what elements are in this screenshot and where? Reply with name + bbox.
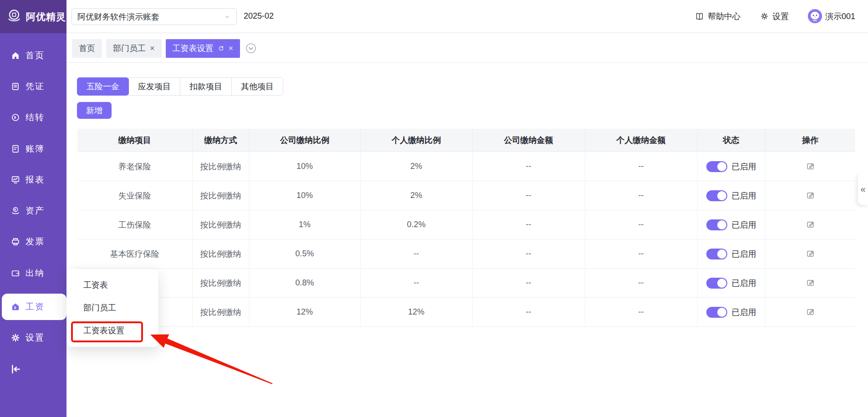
sidebar-item-label: 账簿	[26, 143, 45, 155]
tab-chip-home[interactable]: 首页	[72, 39, 102, 58]
cell-name: 失业保险	[77, 181, 192, 210]
edit-button[interactable]	[805, 306, 816, 319]
status-toggle[interactable]	[706, 249, 727, 259]
edit-button[interactable]	[805, 277, 816, 290]
edit-icon	[806, 190, 815, 200]
tab-chip-label: 工资表设置	[173, 43, 214, 54]
table-row: 失业保险 按比例缴纳 10% 2% -- -- 已启用	[77, 181, 855, 210]
sidebar-item-label: 报表	[26, 174, 45, 186]
sidebar-item-asset[interactable]: ¥ 资产	[0, 198, 66, 224]
toggle-knob	[717, 191, 726, 200]
status-label: 已启用	[732, 278, 756, 289]
tab-payable-items[interactable]: 应发项目	[128, 77, 180, 96]
sidebar-item-ledger[interactable]: 账簿	[0, 136, 66, 162]
sidebar-item-label: 发票	[26, 236, 45, 248]
invoice-icon	[10, 237, 20, 247]
tabs-dropdown-button[interactable]	[245, 43, 256, 54]
sidebar: 阿优精灵 首页 凭证 ¥ 结转 账簿 报表 ¥ 资产 发票	[0, 0, 66, 417]
tab-five-insurances[interactable]: 五险一金	[77, 77, 129, 96]
edit-button[interactable]	[805, 248, 816, 260]
status-label: 已启用	[732, 219, 756, 230]
status-toggle[interactable]	[706, 307, 727, 318]
status-toggle[interactable]	[706, 161, 727, 172]
sidebar-item-carryover[interactable]: ¥ 结转	[0, 104, 66, 131]
cell-personal-ratio: 0.2%	[360, 210, 472, 239]
sidebar-collapse-button[interactable]	[10, 363, 22, 376]
cell-company-ratio: 0.5%	[249, 239, 360, 269]
svg-text:¥: ¥	[14, 115, 17, 120]
cell-company-ratio: 12%	[249, 298, 360, 327]
cell-method: 按比例缴纳	[192, 298, 249, 327]
col-header-item: 缴纳项目	[77, 129, 192, 152]
tab-chip-payroll-settings[interactable]: 工资表设置 ×	[166, 39, 240, 58]
cell-company-ratio: 0.8%	[249, 269, 360, 298]
close-icon[interactable]: ×	[150, 44, 155, 52]
cell-personal-amount: --	[585, 269, 697, 298]
add-button[interactable]: 新增	[77, 102, 112, 119]
cell-method: 按比例缴纳	[192, 210, 249, 239]
account-set-select[interactable]: 阿优财务软件演示账套	[71, 8, 237, 25]
settings-label: 设置	[772, 11, 789, 22]
status-toggle[interactable]	[706, 190, 727, 201]
open-tabs-bar: 首页 部门员工 × 工资表设置 ×	[66, 34, 868, 63]
tab-other-items[interactable]: 其他项目	[231, 77, 283, 96]
cell-method: 按比例缴纳	[192, 239, 249, 269]
table-row: 养老保险 按比例缴纳 10% 2% -- -- 已启用	[77, 152, 855, 181]
book-icon	[694, 11, 705, 21]
cell-company-amount: --	[472, 239, 585, 269]
sidebar-item-report[interactable]: 报表	[0, 167, 66, 193]
edit-icon	[806, 161, 815, 171]
edit-button[interactable]	[805, 189, 816, 202]
toggle-knob	[717, 308, 726, 317]
col-header-personal-amount: 个人缴纳金额	[585, 129, 697, 152]
close-icon[interactable]: ×	[229, 44, 234, 52]
submenu-item-department-staff[interactable]: 部门员工	[66, 296, 158, 319]
sidebar-item-cashier[interactable]: 出纳	[0, 260, 66, 286]
period-picker[interactable]: 2025-02	[244, 0, 274, 32]
col-header-company-ratio: 公司缴纳比例	[249, 129, 360, 152]
help-center-button[interactable]: 帮助中心	[694, 11, 740, 22]
table-row: 工伤保险 按比例缴纳 1% 0.2% -- -- 已启用	[77, 210, 855, 239]
account-set-value: 阿优财务软件演示账套	[77, 11, 159, 22]
edit-button[interactable]	[805, 160, 816, 173]
col-header-personal-ratio: 个人缴纳比例	[360, 129, 472, 152]
status-toggle[interactable]	[706, 278, 727, 289]
sidebar-item-settings[interactable]: 设置	[0, 325, 66, 351]
cell-personal-amount: --	[585, 210, 697, 239]
toggle-knob	[717, 220, 726, 229]
cell-company-amount: --	[472, 298, 585, 327]
tab-chip-department-staff[interactable]: 部门员工 ×	[106, 39, 162, 58]
topbar: 阿优财务软件演示账套 2025-02 帮助中心 设置 演示001	[66, 0, 868, 33]
submenu-item-payroll[interactable]: 工资表	[66, 274, 158, 296]
sidebar-item-voucher[interactable]: 凭证	[0, 73, 66, 100]
tab-chip-label: 部门员工	[113, 43, 146, 54]
drawer-expand-handle[interactable]: «	[858, 173, 868, 205]
edit-icon	[806, 249, 815, 258]
user-menu[interactable]: 演示001	[808, 9, 855, 23]
carryover-icon: ¥	[10, 112, 20, 122]
sidebar-item-salary[interactable]: ¥ 工资	[2, 294, 66, 320]
sidebar-item-invoice[interactable]: 发票	[0, 229, 66, 255]
cell-personal-ratio: --	[360, 269, 472, 298]
cell-personal-amount: --	[585, 152, 697, 181]
report-icon	[10, 175, 20, 185]
edit-button[interactable]	[805, 219, 816, 231]
cell-company-amount: --	[472, 210, 585, 239]
toggle-knob	[717, 162, 726, 171]
sidebar-item-home[interactable]: 首页	[0, 42, 66, 69]
sidebar-item-label: 首页	[26, 50, 45, 61]
user-label: 演示001	[825, 11, 855, 22]
status-label: 已启用	[732, 161, 756, 172]
submenu-item-payroll-settings[interactable]: 工资表设置	[66, 319, 158, 342]
settings-button[interactable]: 设置	[760, 11, 789, 22]
cell-personal-ratio: 12%	[360, 298, 472, 327]
status-toggle[interactable]	[706, 219, 727, 230]
cell-personal-amount: --	[585, 181, 697, 210]
app-name: 阿优精灵	[26, 10, 66, 23]
tab-deduction-items[interactable]: 扣款项目	[180, 77, 232, 96]
salary-icon: ¥	[10, 302, 20, 312]
svg-text:¥: ¥	[14, 306, 17, 310]
salary-submenu-popup: 工资表 部门员工 工资表设置	[66, 269, 158, 347]
refresh-icon[interactable]	[218, 45, 225, 52]
gear-icon	[760, 11, 769, 21]
